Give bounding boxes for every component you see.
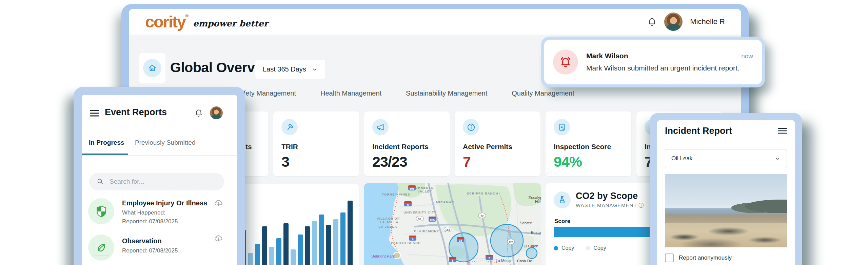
co2-title: CO2 by Scope (576, 191, 638, 201)
svg-text:52: 52 (418, 218, 421, 221)
svg-text:Bostor: Bostor (531, 230, 541, 235)
user-name[interactable]: Michelle R (690, 17, 725, 26)
co2-score-label: Score (554, 218, 570, 225)
svg-text:LA JOLLA: LA JOLLA (380, 220, 399, 224)
svg-text:8: 8 (489, 257, 490, 260)
event-reports-panel: Event Reports In Progress Previously Sub… (74, 87, 245, 265)
kpi-label: Incident Reports (372, 143, 429, 151)
event-panel-title: Event Reports (105, 107, 167, 118)
kpi-value: 94% (554, 154, 582, 170)
event-panel-tabs: In Progress Previously Submitted (82, 130, 237, 156)
legend-label: Copy (561, 245, 574, 251)
svg-text:MIRAMAR: MIRAMAR (436, 200, 454, 204)
kpi-value: 23/23 (372, 154, 407, 170)
cloud-download-icon[interactable] (214, 199, 223, 208)
tab-sustainability-management[interactable]: Sustainability Management (406, 89, 487, 97)
chevron-down-icon (774, 156, 781, 162)
bell-icon[interactable] (647, 17, 657, 26)
svg-text:VALLEY: VALLEY (417, 189, 432, 193)
san-diego-map: TORREY PINESSORRENTOVALLEYUNIVERSITY CIT… (364, 183, 541, 265)
bar (291, 249, 296, 265)
divider (665, 142, 787, 142)
bar (298, 235, 303, 265)
incident-type-dropdown[interactable]: Oil Leak (665, 149, 787, 168)
kpi-label: Inspection Score (554, 143, 611, 151)
bar (269, 247, 274, 265)
svg-text:805: 805 (430, 218, 435, 222)
svg-text:SORRENTO: SORRENTO (413, 186, 434, 189)
bar (255, 244, 260, 265)
grouped-bar-chart (241, 201, 353, 265)
notification-toast[interactable]: Mark Wilson now Mark Wilson submitted an… (541, 37, 765, 87)
legend-item[interactable]: Copy (586, 245, 606, 251)
tab-quality-management[interactable]: Quality Management (512, 89, 574, 97)
svg-text:CLAIREMONT: CLAIREMONT (414, 229, 439, 233)
co2-legend: Copy Copy (554, 245, 606, 251)
svg-text:52: 52 (481, 215, 484, 218)
chevron-down-icon (312, 66, 318, 73)
date-range-dropdown[interactable]: Last 365 Days (255, 60, 325, 79)
kpi-card-incident-reports: Incident Reports 23/23 (364, 111, 450, 176)
kpi-label: TRIR (281, 143, 298, 151)
item-meta: What Happened: (122, 209, 165, 216)
event-panel-header: Event Reports (82, 95, 237, 130)
bell-icon[interactable] (194, 108, 203, 117)
bar (312, 221, 317, 265)
incident-report-title: Incident Report (665, 126, 732, 136)
report-anonymously-checkbox[interactable] (665, 253, 674, 262)
active-tab-underline (82, 154, 128, 155)
svg-text:8: 8 (452, 259, 454, 262)
avatar[interactable] (210, 106, 223, 119)
svg-text:SCRIPPS RANCH: SCRIPPS RANCH (467, 191, 498, 195)
svg-text:Belmont Park: Belmont Park (371, 254, 395, 258)
svg-text:5: 5 (412, 237, 414, 241)
hamburger-menu-icon[interactable] (778, 128, 787, 134)
bar (283, 223, 289, 265)
svg-text:PACIFIC BEACH: PACIFIC BEACH (391, 241, 421, 245)
home-tile[interactable] (139, 53, 165, 83)
flask-icon (554, 191, 571, 208)
kpi-label-fragment: ts (245, 143, 252, 151)
bar (340, 212, 346, 265)
leaf-icon (88, 235, 114, 261)
cority-logo: cority® (145, 14, 188, 30)
bar (276, 238, 281, 265)
svg-text:Santee: Santee (520, 221, 532, 225)
nav-tabs: Safety Management Health Management Sust… (235, 89, 574, 97)
hammer-icon (281, 119, 298, 135)
bar (248, 253, 253, 265)
avatar[interactable] (664, 13, 683, 31)
notification-sender: Mark Wilson (586, 52, 628, 60)
logo-tagline: empower better (193, 19, 268, 28)
legend-dot (554, 246, 558, 250)
hamburger-menu-icon[interactable] (90, 110, 99, 117)
item-title: Observation (122, 237, 162, 245)
bar (262, 226, 267, 265)
map-card[interactable]: TORREY PINESSORRENTOVALLEYUNIVERSITY CIT… (364, 183, 541, 265)
svg-text:TORREY PINES: TORREY PINES (382, 192, 410, 196)
search-input[interactable] (110, 178, 204, 185)
legend-item[interactable]: Copy (554, 245, 574, 251)
incident-photo-oil-leak-beach (665, 174, 787, 247)
incident-report-panel: Incident Report Oil Leak Report anonymou… (650, 113, 802, 265)
tab-health-management[interactable]: Health Management (320, 89, 381, 97)
tab-in-progress[interactable]: In Progress (89, 139, 124, 146)
kpi-value: 3 (281, 154, 289, 170)
svg-text:5: 5 (407, 203, 409, 206)
marketing-composite: cority® empower better Michelle R (0, 0, 868, 265)
shield-check-icon (88, 198, 114, 224)
tab-previously-submitted[interactable]: Previously Submitted (135, 139, 195, 146)
svg-text:El Cajon: El Cajon (524, 244, 538, 248)
event-reports-inner: Event Reports In Progress Previously Sub… (82, 95, 237, 265)
svg-text:125: 125 (509, 241, 513, 244)
search-icon (97, 178, 104, 185)
notification-time: now (741, 53, 753, 60)
legend-label: Copy (593, 245, 606, 251)
item-meta: Reported: 07/08/2025 (122, 247, 178, 254)
notification-body: Mark Wilson now Mark Wilson submitted an… (586, 52, 753, 72)
cloud-download-icon[interactable] (214, 234, 223, 243)
inspection-doc-icon (554, 119, 570, 135)
svg-text:VILLAGE OF: VILLAGE OF (377, 217, 400, 220)
svg-text:UNIVERSITY CITY: UNIVERSITY CITY (403, 210, 437, 214)
search-field[interactable] (89, 173, 224, 190)
